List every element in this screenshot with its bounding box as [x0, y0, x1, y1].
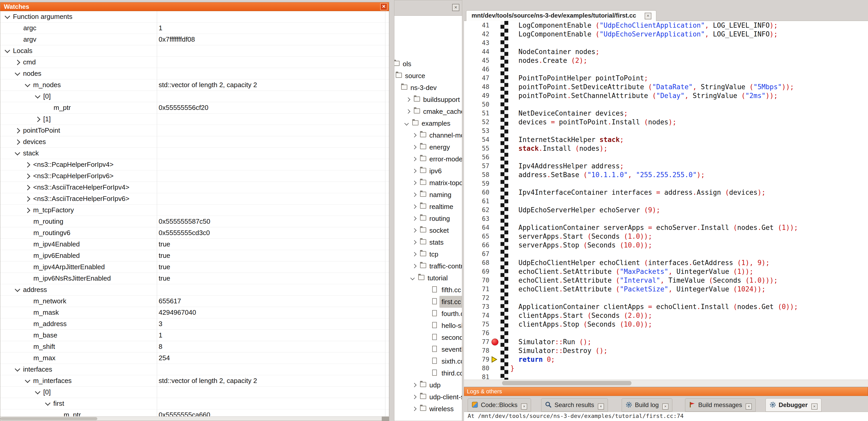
- line-number[interactable]: 76: [464, 329, 489, 337]
- watch-row[interactable]: devices: [0, 136, 389, 148]
- collapse-icon[interactable]: [5, 47, 10, 53]
- line-number[interactable]: 77: [464, 337, 489, 346]
- close-icon[interactable]: ×: [662, 403, 669, 410]
- expand-icon[interactable]: [35, 117, 40, 122]
- expand-icon[interactable]: [412, 204, 417, 209]
- tree-item-socket[interactable]: socket: [394, 224, 462, 236]
- tree-item-sixth-cc[interactable]: sixth.cc: [394, 355, 462, 367]
- line-number[interactable]: 57: [464, 162, 489, 170]
- collapse-icon[interactable]: [35, 389, 40, 394]
- watch-row[interactable]: address: [0, 284, 389, 296]
- expand-icon[interactable]: [412, 193, 417, 197]
- resize-grip[interactable]: [382, 417, 390, 421]
- close-icon[interactable]: ×: [452, 4, 459, 11]
- line-number[interactable]: 78: [464, 346, 489, 355]
- watch-row[interactable]: [0]: [0, 387, 389, 398]
- watch-row[interactable]: m_shift8: [0, 341, 389, 353]
- expand-icon[interactable]: [15, 139, 20, 145]
- tab-code-blocks[interactable]: Code::Blocks×: [468, 398, 531, 412]
- line-number[interactable]: 42: [464, 30, 489, 38]
- line-number[interactable]: 60: [464, 188, 489, 197]
- line-number[interactable]: 73: [464, 302, 489, 311]
- tree-item-routing[interactable]: routing: [394, 213, 462, 224]
- collapse-icon[interactable]: [15, 70, 20, 76]
- watches-horizontal-scrollbar[interactable]: [0, 416, 390, 421]
- line-number[interactable]: 50: [464, 100, 489, 109]
- watch-row[interactable]: m_base1: [0, 330, 389, 341]
- collapse-icon[interactable]: [15, 150, 20, 155]
- expand-icon[interactable]: [25, 162, 30, 168]
- tree-item-seventh-cc[interactable]: seventh.cc: [394, 344, 462, 355]
- line-number[interactable]: 67: [464, 250, 489, 258]
- tab-build-log[interactable]: Build log×: [622, 398, 672, 412]
- watch-row[interactable]: cmd: [0, 57, 389, 68]
- collapse-icon[interactable]: [35, 93, 40, 99]
- tab-search-results[interactable]: Search results×: [541, 398, 608, 412]
- expand-icon[interactable]: [412, 252, 417, 257]
- watch-row[interactable]: [0]: [0, 91, 389, 102]
- watch-row[interactable]: stack: [0, 148, 389, 159]
- line-number[interactable]: 70: [464, 276, 489, 285]
- watch-row[interactable]: Function arguments: [0, 11, 389, 23]
- watch-row[interactable]: m_network655617: [0, 296, 389, 307]
- line-number[interactable]: 79: [464, 355, 489, 364]
- watch-row[interactable]: m_ptr0x55555556cf20: [0, 102, 389, 114]
- watch-row[interactable]: nodes: [0, 68, 389, 79]
- line-number[interactable]: 41: [464, 21, 489, 30]
- collapse-icon[interactable]: [5, 13, 10, 19]
- watch-row[interactable]: <ns3::PcapHelperForIpv4>: [0, 159, 389, 170]
- line-number[interactable]: 69: [464, 267, 489, 276]
- tree-item-udp-client-ser[interactable]: udp-client-ser: [394, 391, 462, 403]
- collapse-icon[interactable]: [15, 287, 20, 292]
- line-number[interactable]: 51: [464, 109, 489, 118]
- watch-row[interactable]: m_nodesstd::vector of length 2, capacity…: [0, 79, 389, 91]
- watch-row[interactable]: m_routingv60x5555555cd3c0: [0, 227, 389, 239]
- panel-splitter[interactable]: [462, 0, 464, 421]
- tree-item-naming[interactable]: naming: [394, 189, 462, 201]
- line-number[interactable]: 49: [464, 91, 489, 100]
- expand-icon[interactable]: [25, 185, 30, 190]
- scrollbar-thumb[interactable]: [0, 417, 97, 420]
- line-number[interactable]: 56: [464, 153, 489, 162]
- tree-item-buildsupport[interactable]: buildsupport: [394, 94, 462, 105]
- line-number[interactable]: 62: [464, 205, 489, 215]
- tree-item-fifth-cc[interactable]: fifth.cc: [394, 284, 462, 296]
- line-number[interactable]: 64: [464, 223, 489, 232]
- watch-row[interactable]: m_ipv6Enabledtrue: [0, 250, 389, 261]
- close-icon[interactable]: ×: [521, 403, 527, 410]
- line-number[interactable]: 47: [464, 74, 489, 83]
- tree-item-tcp[interactable]: tcp: [394, 248, 462, 260]
- tree-item-udp[interactable]: udp: [394, 379, 462, 391]
- close-icon[interactable]: ×: [598, 403, 604, 410]
- tree-item-ols[interactable]: ols: [394, 58, 462, 70]
- code-area[interactable]: 41 LogComponentEnable ("UdpEchoClientApp…: [464, 21, 868, 380]
- close-icon[interactable]: ✕: [380, 3, 388, 10]
- line-number[interactable]: 75: [464, 320, 489, 329]
- expand-icon[interactable]: [15, 128, 20, 133]
- expand-icon[interactable]: [25, 208, 30, 213]
- watch-row[interactable]: <ns3::AsciiTraceHelperForIpv6>: [0, 193, 389, 204]
- line-number[interactable]: 63: [464, 215, 489, 223]
- expand-icon[interactable]: [412, 145, 417, 150]
- collapse-icon[interactable]: [25, 82, 30, 87]
- expand-icon[interactable]: [412, 407, 417, 411]
- line-number[interactable]: 55: [464, 144, 489, 153]
- watch-row[interactable]: first: [0, 398, 389, 409]
- tree-item-cmake-cache[interactable]: cmake_cache: [394, 105, 462, 118]
- tree-item-realtime[interactable]: realtime: [394, 201, 462, 213]
- watch-row[interactable]: m_mask4294967040: [0, 307, 389, 318]
- line-number[interactable]: 65: [464, 232, 489, 241]
- close-icon[interactable]: ×: [746, 403, 752, 410]
- watch-row[interactable]: pointToPoint: [0, 125, 389, 136]
- tree-item-second-cc[interactable]: second.cc: [394, 331, 462, 344]
- watch-row[interactable]: argc1: [0, 23, 389, 34]
- watch-row[interactable]: m_address3: [0, 318, 389, 330]
- watch-row[interactable]: Locals: [0, 45, 389, 57]
- expand-icon[interactable]: [406, 109, 410, 114]
- scrollbar-thumb[interactable]: [502, 381, 631, 385]
- expand-icon[interactable]: [412, 395, 417, 399]
- tab-debugger[interactable]: Debugger×: [766, 398, 822, 412]
- tree-item-channel-mod[interactable]: channel-mod: [394, 129, 462, 141]
- watch-row[interactable]: m_interfacesstd::vector of length 2, cap…: [0, 375, 389, 387]
- line-number[interactable]: 53: [464, 126, 489, 135]
